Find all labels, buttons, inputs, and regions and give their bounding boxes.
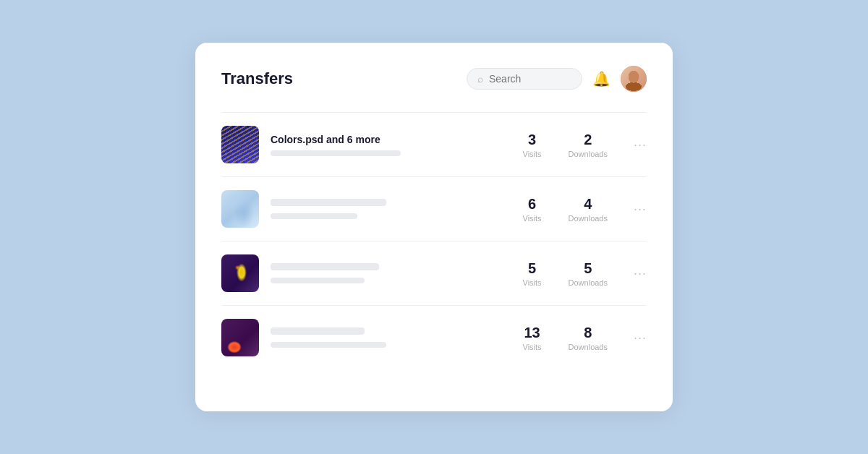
transfer-stats-2: 6 Visits 4 Downloads ··· (516, 195, 647, 223)
transfer-info-1: Colors.psd and 6 more (271, 134, 505, 156)
transfer-info-3 (271, 263, 505, 283)
transfer-stats-4: 13 Visits 8 Downloads ··· (516, 324, 647, 351)
visits-label-1: Visits (516, 150, 548, 158)
bell-icon[interactable]: 🔔 (592, 70, 610, 87)
skeleton-line (271, 342, 386, 348)
thumbnail-2 (221, 190, 259, 228)
visits-label-3: Visits (516, 278, 548, 287)
skeleton-line (271, 199, 386, 206)
transfer-row: Colors.psd and 6 more 3 Visits 2 Downloa… (221, 113, 647, 177)
visits-count-3: 5 (516, 260, 548, 277)
more-options-3[interactable]: ··· (634, 266, 647, 281)
skeleton-line (271, 278, 365, 283)
downloads-stat-2: 4 Downloads (569, 195, 608, 223)
downloads-stat-1: 2 Downloads (569, 131, 608, 158)
visits-count-2: 6 (516, 195, 548, 213)
transfer-row: 13 Visits 8 Downloads ··· (221, 306, 647, 369)
transfer-info-2 (271, 199, 505, 219)
avatar-image (621, 66, 647, 92)
downloads-label-4: Downloads (569, 343, 608, 351)
skeleton-line (271, 327, 365, 335)
search-bar[interactable]: ⌕ (467, 68, 582, 90)
transfers-card: Transfers ⌕ 🔔 Colors.psd and 6 more 3 Vi… (195, 43, 673, 411)
downloads-stat-3: 5 Downloads (569, 260, 608, 287)
more-options-4[interactable]: ··· (634, 330, 647, 346)
downloads-count-2: 4 (569, 195, 608, 213)
thumbnail-3 (221, 254, 259, 292)
page-title: Transfers (221, 69, 293, 88)
transfer-info-4 (271, 327, 505, 348)
thumbnail-1 (221, 126, 259, 163)
visits-stat-2: 6 Visits (516, 195, 548, 223)
downloads-stat-4: 8 Downloads (569, 324, 608, 351)
visits-stat-3: 5 Visits (516, 260, 548, 287)
skeleton-line (271, 263, 379, 270)
skeleton-line (271, 150, 401, 156)
downloads-count-4: 8 (569, 324, 608, 341)
downloads-count-1: 2 (569, 131, 608, 148)
transfer-name-1: Colors.psd and 6 more (271, 134, 505, 145)
visits-label-4: Visits (516, 343, 548, 351)
avatar[interactable] (621, 66, 647, 92)
search-icon: ⌕ (477, 73, 483, 85)
visits-count-4: 13 (516, 324, 548, 341)
visits-stat-4: 13 Visits (516, 324, 548, 351)
more-options-1[interactable]: ··· (634, 137, 647, 153)
header-right: ⌕ 🔔 (467, 66, 647, 92)
transfer-stats-3: 5 Visits 5 Downloads ··· (516, 260, 647, 287)
visits-label-2: Visits (516, 214, 548, 223)
downloads-label-2: Downloads (569, 214, 608, 223)
transfer-stats-1: 3 Visits 2 Downloads ··· (516, 131, 647, 158)
visits-count-1: 3 (516, 131, 548, 148)
search-input[interactable] (489, 73, 571, 85)
more-options-2[interactable]: ··· (634, 202, 647, 217)
downloads-label-3: Downloads (569, 278, 608, 287)
skeleton-line (271, 213, 357, 219)
thumbnail-4 (221, 319, 259, 356)
downloads-count-3: 5 (569, 260, 608, 277)
header: Transfers ⌕ 🔔 (221, 66, 647, 92)
transfer-row: 6 Visits 4 Downloads ··· (221, 177, 647, 241)
transfer-row: 5 Visits 5 Downloads ··· (221, 241, 647, 306)
visits-stat-1: 3 Visits (516, 131, 548, 158)
downloads-label-1: Downloads (569, 150, 608, 158)
